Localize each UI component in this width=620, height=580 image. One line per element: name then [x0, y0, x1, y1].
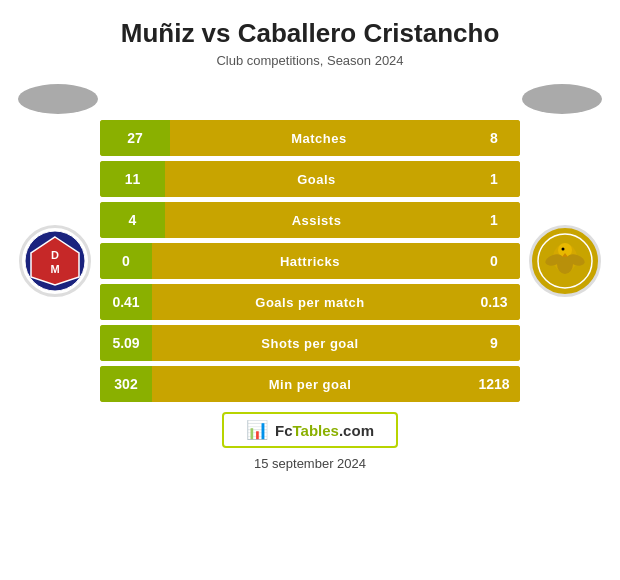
gpm-label: Goals per match [152, 295, 468, 310]
gpm-left-val: 0.41 [100, 284, 152, 320]
spg-label: Shots per goal [152, 336, 468, 351]
hattricks-label: Hattricks [152, 254, 468, 269]
svg-point-11 [562, 248, 565, 251]
stat-row-shots-per-goal: 5.09 Shots per goal 9 [100, 325, 520, 361]
stats-table: 27 Matches 8 11 Goals 1 4 Assists 1 0 Ha… [100, 120, 520, 402]
page: Muñiz vs Caballero Cristancho Club compe… [0, 0, 620, 580]
right-team-ellipse [522, 84, 602, 114]
matches-label: Matches [170, 131, 468, 146]
page-subtitle: Club competitions, Season 2024 [216, 53, 403, 68]
header-logos-row [10, 84, 610, 114]
page-title: Muñiz vs Caballero Cristancho [121, 18, 500, 49]
assists-label: Assists [165, 213, 468, 228]
date-text: 15 september 2024 [254, 456, 366, 471]
brand-icon: 📊 [246, 419, 268, 441]
matches-left-val: 27 [100, 120, 170, 156]
logo-right [520, 225, 610, 297]
assists-left-val: 4 [100, 202, 165, 238]
spg-left-val: 5.09 [100, 325, 152, 361]
stat-row-assists: 4 Assists 1 [100, 202, 520, 238]
hattricks-right-val: 0 [468, 243, 520, 279]
mpg-left-val: 302 [100, 366, 152, 402]
goals-left-val: 11 [100, 161, 165, 197]
assists-right-val: 1 [468, 202, 520, 238]
dm-team-logo: D M [19, 225, 91, 297]
mpg-right-val: 1218 [468, 366, 520, 402]
gpm-right-val: 0.13 [468, 284, 520, 320]
left-team-ellipse [18, 84, 98, 114]
goals-right-val: 1 [468, 161, 520, 197]
ag-team-logo [529, 225, 601, 297]
goals-label: Goals [165, 172, 468, 187]
stat-row-matches: 27 Matches 8 [100, 120, 520, 156]
matches-right-val: 8 [468, 120, 520, 156]
stat-row-min-per-goal: 302 Min per goal 1218 [100, 366, 520, 402]
svg-text:M: M [50, 263, 59, 275]
mpg-label: Min per goal [152, 377, 468, 392]
logo-left: D M [10, 225, 100, 297]
hattricks-left-val: 0 [100, 243, 152, 279]
brand-text: FcTables.com [275, 422, 374, 439]
stat-row-goals-per-match: 0.41 Goals per match 0.13 [100, 284, 520, 320]
brand-box: 📊 FcTables.com [222, 412, 398, 448]
stat-row-hattricks: 0 Hattricks 0 [100, 243, 520, 279]
svg-text:D: D [51, 249, 59, 261]
stat-row-goals: 11 Goals 1 [100, 161, 520, 197]
main-section: D M 27 Matches 8 11 Goals 1 4 Assists [10, 120, 610, 402]
spg-right-val: 9 [468, 325, 520, 361]
